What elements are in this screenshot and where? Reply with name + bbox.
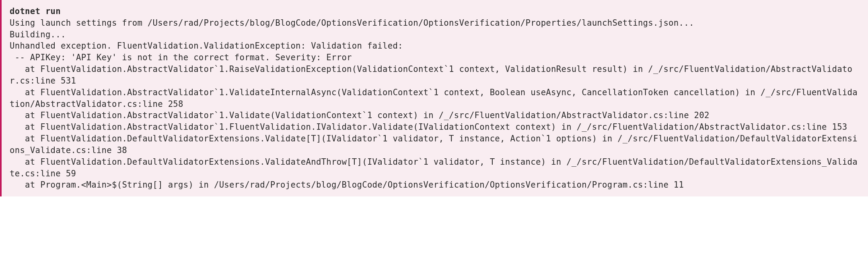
terminal-output: dotnet run Using launch settings from /U… bbox=[0, 0, 868, 196]
output-text: Using launch settings from /Users/rad/Pr… bbox=[10, 18, 858, 190]
command-line: dotnet run bbox=[10, 6, 61, 16]
